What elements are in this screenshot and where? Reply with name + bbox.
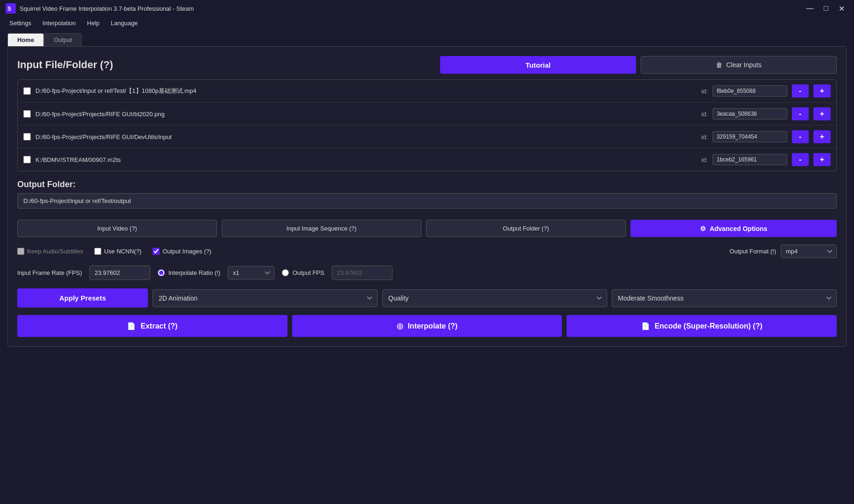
file-id-input-3[interactable] [713,131,787,142]
table-row: K:/BDMV/STREAM/00907.m2ts id: - + [18,148,836,171]
tab-home[interactable]: Home [7,33,44,46]
encode-button[interactable]: Encode (Super-Resolution) (?) [567,315,837,337]
remove-file-1-button[interactable]: - [792,84,809,98]
output-folder-label: Output Folder: [17,180,837,189]
interpolate-button[interactable]: Interpolate (?) [292,315,562,337]
input-section-title: Input File/Folder (?) [17,59,113,71]
bottom-buttons-row: Extract (?) Interpolate (?) Encode (Supe… [17,315,837,337]
use-ncnn-text: Use NCNN(?) [104,248,141,255]
add-file-1-button[interactable]: + [813,84,831,98]
keep-audio-text: Keep Audio/Subtitles [27,248,83,255]
remove-file-3-button[interactable]: - [792,130,809,143]
interpolate-ratio-radio[interactable] [158,269,165,276]
preset-type-select[interactable]: 2D Animation 3D Animation Live Action An… [153,289,378,307]
extract-button[interactable]: Extract (?) [17,315,287,337]
file-list: D:/60-fps-Project/input or ref/Test/【1】1… [17,79,837,171]
interpolate-ratio-group: Interpolate Ratio (!) [158,269,220,276]
interpolate-ratio-label: Interpolate Ratio (!) [168,269,220,276]
table-row: D:/60-fps-Project/Projects/RIFE GUI/DevU… [18,126,836,148]
remove-file-4-button[interactable]: - [792,153,809,166]
add-file-4-button[interactable]: + [813,153,831,166]
fps-row: Input Frame Rate (FPS) Interpolate Ratio… [17,266,837,280]
minimize-button[interactable]: — [802,3,817,14]
output-images-text: Output Images (?) [162,248,211,255]
output-format-group: Output Format (!) mp4 mkv avi mov [729,245,837,258]
title-bar: S Squirrel Video Frame Interpolation 3.7… [0,0,854,17]
maximize-button[interactable]: □ [820,3,832,14]
title-bar-controls: — □ ✕ [802,3,848,14]
encode-label: Encode (Super-Resolution) (?) [655,322,763,330]
file-checkbox-3[interactable] [23,133,31,140]
table-row: D:/60-fps-Project/Projects/RIFE GUI/bt20… [18,103,836,126]
output-images-checkbox[interactable] [153,248,160,255]
circle-check-icon [397,322,403,330]
preset-smoothness-select[interactable]: Moderate Smoothness High Smoothness Low … [612,289,837,307]
presets-row: Apply Presets 2D Animation 3D Animation … [17,288,837,308]
keep-audio-label[interactable]: Keep Audio/Subtitles [17,248,83,255]
file-id-label-1: id: [701,88,708,95]
use-ncnn-label[interactable]: Use NCNN(?) [94,248,141,255]
menu-interpolation[interactable]: Interpolation [37,18,82,28]
add-file-2-button[interactable]: + [813,107,831,120]
header-buttons: Tutorial Clear Inputs [440,56,837,74]
file-id-input-1[interactable] [713,85,787,97]
file-path-1: D:/60-fps-Project/input or ref/Test/【1】1… [35,87,697,95]
preset-quality-select[interactable]: Quality Balanced Speed [382,289,607,307]
extract-label: Extract (?) [140,322,177,330]
file-checkbox-2[interactable] [23,110,31,118]
file-path-3: D:/60-fps-Project/Projects/RIFE GUI/DevU… [35,133,697,140]
input-fps-label: Input Frame Rate (FPS) [17,269,82,276]
add-file-3-button[interactable]: + [813,130,831,143]
close-button[interactable]: ✕ [835,3,848,14]
remove-file-2-button[interactable]: - [792,107,809,120]
svg-text:S: S [7,6,11,12]
file-icon [127,322,136,330]
gear-icon [700,225,706,232]
output-format-label: Output Format (!) [729,248,776,255]
input-image-seq-button[interactable]: Input Image Sequence (?) [222,220,421,237]
output-folder-button[interactable]: Output Folder (?) [426,220,626,237]
menu-help[interactable]: Help [82,18,105,28]
trash-icon [716,61,722,69]
output-fps-label: Output FPS [293,269,324,276]
use-ncnn-checkbox[interactable] [94,248,101,255]
input-fps-input[interactable] [90,266,150,280]
app-title: Squirrel Video Frame Interpolation 3.7-b… [20,5,194,12]
file-path-4: K:/BDMV/STREAM/00907.m2ts [35,156,697,163]
title-bar-left: S Squirrel Video Frame Interpolation 3.7… [6,3,194,14]
file-encode-icon [641,322,650,330]
file-checkbox-4[interactable] [23,156,31,163]
output-fps-group: Output FPS [282,269,324,276]
output-folder-input[interactable] [17,193,837,209]
file-id-input-2[interactable] [713,108,787,119]
file-path-2: D:/60-fps-Project/Projects/RIFE GUI/bt20… [35,111,697,118]
interpolate-ratio-select[interactable]: x1 x2 x4 x8 [228,266,274,280]
menu-language[interactable]: Language [105,18,143,28]
tab-output[interactable]: Output [44,33,82,46]
clear-inputs-label: Clear Inputs [726,61,761,69]
input-video-button[interactable]: Input Video (?) [17,220,217,237]
clear-inputs-button[interactable]: Clear Inputs [641,56,837,74]
tutorial-button[interactable]: Tutorial [440,56,636,74]
advanced-options-button[interactable]: Advanced Options [630,220,837,237]
advanced-options-label: Advanced Options [710,225,768,232]
output-folder-section: Output Folder: [17,180,837,213]
output-fps-radio[interactable] [282,269,289,276]
output-fps-input[interactable] [332,266,392,280]
interpolate-label: Interpolate (?) [408,322,458,330]
main-content: Input File/Folder (?) Tutorial Clear Inp… [7,46,847,347]
app-icon: S [6,3,16,14]
output-format-select[interactable]: mp4 mkv avi mov [781,245,837,258]
apply-presets-button[interactable]: Apply Presets [17,288,148,308]
file-checkbox-1[interactable] [23,87,31,95]
file-id-label-3: id: [701,133,708,140]
keep-audio-checkbox[interactable] [17,248,24,255]
tabs: Home Output [0,29,854,46]
file-id-input-4[interactable] [713,154,787,165]
menu-settings[interactable]: Settings [4,18,37,28]
file-id-label-2: id: [701,111,708,118]
file-id-label-4: id: [701,156,708,163]
options-row: Keep Audio/Subtitles Use NCNN(?) Output … [17,245,837,258]
action-buttons-row: Input Video (?) Input Image Sequence (?)… [17,220,837,237]
output-images-label[interactable]: Output Images (?) [153,248,211,255]
